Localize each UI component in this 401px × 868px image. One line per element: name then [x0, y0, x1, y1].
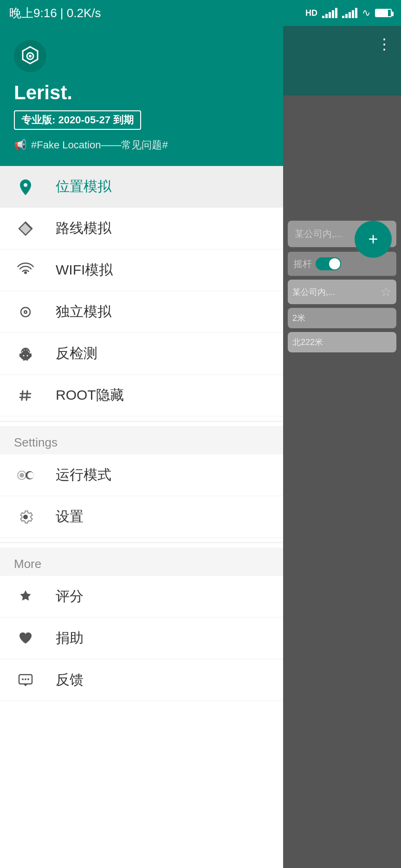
- menu-item-rate[interactable]: 评分: [0, 576, 283, 618]
- status-bar: 晚上9:16 | 0.2K/s HD ∿: [0, 0, 401, 26]
- menu-label-runmode: 运行模式: [56, 466, 111, 485]
- menu-item-settings[interactable]: 设置: [0, 496, 283, 538]
- app-name: Lerist.: [14, 82, 269, 104]
- svg-point-29: [27, 472, 34, 479]
- app-logo-icon: [20, 46, 40, 66]
- separator: |: [60, 6, 67, 20]
- heart-icon: [14, 631, 37, 646]
- svg-point-17: [26, 350, 27, 351]
- standalone-icon: [14, 304, 37, 320]
- menu-label-settings: 设置: [56, 507, 84, 526]
- menu-label-wifi: WIFI模拟: [56, 261, 113, 280]
- menu-label-feedback: 反馈: [56, 670, 84, 689]
- menu-label-standalone: 独立模拟: [56, 302, 111, 321]
- time-display: 晚上9:16: [9, 6, 57, 20]
- pro-badge[interactable]: 专业版: 2020-05-27 到期: [14, 110, 141, 130]
- svg-point-2: [29, 55, 32, 57]
- location-card-2: 某公司内,... ☆: [288, 280, 396, 304]
- notice-text: #Fake Location——常见问题#: [31, 138, 168, 152]
- location-card-4: 北222米: [288, 332, 396, 352]
- drawer-menu: 位置模拟 路线模拟: [0, 166, 283, 868]
- menu-label-location: 位置模拟: [56, 177, 111, 196]
- menu-item-route[interactable]: 路线模拟: [0, 208, 283, 249]
- location-card-3: 2米: [288, 308, 396, 328]
- menu-label-roothide: ROOT隐藏: [56, 386, 124, 405]
- star-icon-card: ☆: [380, 284, 392, 300]
- svg-rect-18: [19, 353, 21, 357]
- svg-rect-19: [30, 353, 32, 357]
- menu-label-rate: 评分: [56, 587, 84, 606]
- wifi-icon: [14, 262, 37, 279]
- feedback-icon: [14, 672, 37, 688]
- joystick-toggle[interactable]: [316, 257, 341, 270]
- right-panel-header: ⋮: [283, 26, 401, 96]
- more-options-button[interactable]: ⋮: [377, 35, 392, 53]
- svg-marker-4: [20, 223, 31, 234]
- menu-item-roothide[interactable]: ROOT隐藏: [0, 375, 283, 416]
- megaphone-icon: 📢: [14, 139, 26, 151]
- hash-icon: [14, 388, 37, 403]
- menu-item-feedback[interactable]: 反馈: [0, 659, 283, 701]
- menu-item-wifi[interactable]: WIFI模拟: [0, 249, 283, 291]
- settings-gear-icon: [14, 509, 37, 525]
- menu-item-antidetect[interactable]: 反检测: [0, 333, 283, 375]
- speed-display: 0.2K/s: [67, 6, 101, 20]
- main-container: ⋮ + 某公司内,... 摇杆 某公司内,... ☆ 2米 北222米: [0, 26, 401, 868]
- svg-point-16: [24, 350, 25, 351]
- fab-add-button[interactable]: +: [355, 221, 392, 258]
- app-logo: [14, 40, 46, 72]
- svg-rect-10: [20, 354, 31, 357]
- star-icon: [14, 589, 37, 605]
- svg-point-12: [27, 355, 28, 356]
- menu-label-route: 路线模拟: [56, 219, 111, 238]
- svg-rect-21: [26, 358, 28, 361]
- settings-section-header: Settings: [0, 426, 283, 454]
- svg-point-8: [25, 311, 26, 313]
- signal-icon: [322, 8, 337, 18]
- wifi-status-icon: ∿: [362, 7, 370, 19]
- android-icon: [14, 346, 37, 361]
- menu-label-antidetect: 反检测: [56, 344, 97, 363]
- notice-bar: 📢 #Fake Location——常见问题#: [14, 138, 269, 152]
- toggle-label: 摇杆: [293, 258, 312, 270]
- more-section-header: More: [0, 548, 283, 576]
- drawer-header: Lerist. 专业版: 2020-05-27 到期 📢 #Fake Locat…: [0, 26, 283, 166]
- menu-item-runmode[interactable]: 运行模式: [0, 454, 283, 496]
- location-icon: [14, 179, 37, 195]
- svg-point-11: [23, 355, 25, 356]
- main-menu-section: 位置模拟 路线模拟: [0, 166, 283, 416]
- svg-line-22: [22, 391, 23, 400]
- svg-point-31: [25, 678, 26, 680]
- svg-point-15: [22, 348, 29, 352]
- svg-line-23: [26, 391, 27, 400]
- settings-menu-section: 运行模式 设置: [0, 454, 283, 538]
- status-bar-icons: HD ∿: [305, 7, 392, 19]
- status-bar-info: 晚上9:16 | 0.2K/s: [9, 5, 101, 21]
- route-icon: [14, 221, 37, 236]
- run-mode-icon: [14, 470, 37, 480]
- menu-item-standalone[interactable]: 独立模拟: [0, 291, 283, 333]
- svg-rect-20: [23, 358, 25, 361]
- section-divider-1: [0, 421, 283, 421]
- right-panel: ⋮ + 某公司内,... 摇杆 某公司内,... ☆ 2米 北222米: [283, 26, 401, 868]
- signal-icon-2: [342, 8, 357, 18]
- drawer: Lerist. 专业版: 2020-05-27 到期 📢 #Fake Locat…: [0, 26, 283, 868]
- menu-label-donate: 捐助: [56, 629, 84, 648]
- menu-item-location[interactable]: 位置模拟: [0, 166, 283, 208]
- svg-point-32: [22, 678, 24, 680]
- menu-item-donate[interactable]: 捐助: [0, 618, 283, 659]
- section-divider-2: [0, 542, 283, 543]
- hd-badge: HD: [305, 8, 317, 18]
- battery-icon: [375, 9, 392, 17]
- svg-point-27: [19, 473, 24, 478]
- more-menu-section: 评分 捐助: [0, 576, 283, 701]
- svg-point-33: [27, 678, 29, 680]
